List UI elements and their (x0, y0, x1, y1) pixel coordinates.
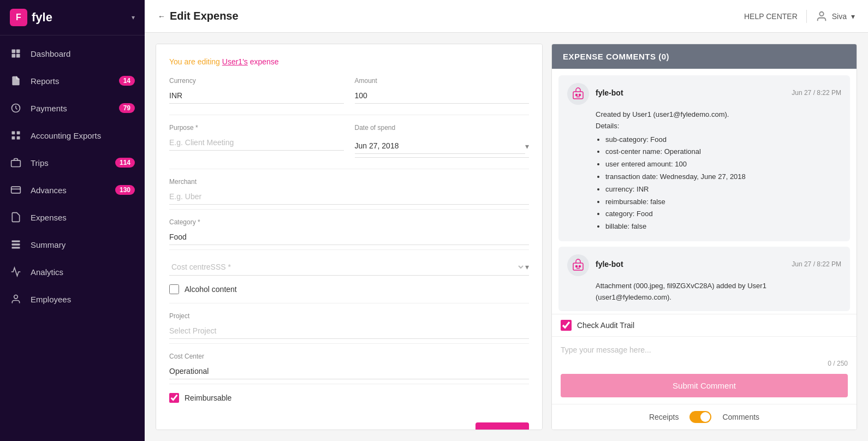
comment-meta-2: fyle-bot Jun 27 / 8:22 PM (596, 260, 841, 271)
comment-top-1: fyle-bot Jun 27 / 8:22 PM (567, 83, 841, 105)
sidebar-chevron-icon[interactable]: ▾ (132, 14, 135, 21)
divider-1 (169, 115, 529, 115)
list-item: user entered amount: 100 (605, 159, 841, 170)
svg-point-21 (576, 265, 578, 267)
topbar-right: HELP CENTER Siva ▾ (744, 10, 855, 23)
save-button[interactable]: Save (475, 422, 529, 430)
date-select-row[interactable]: ▾ (355, 135, 530, 158)
reimbursable-label[interactable]: Reimbursable (185, 394, 231, 402)
cost-centre-row[interactable]: Cost centreSSS * ▾ (169, 259, 529, 276)
help-center-link[interactable]: HELP CENTER (744, 12, 798, 21)
sidebar-item-label: Analytics (31, 267, 63, 277)
svg-point-22 (579, 265, 581, 267)
cost-centre-select[interactable]: Cost centreSSS * (169, 262, 525, 272)
divider-7 (169, 384, 529, 384)
alcohol-label[interactable]: Alcohol content (185, 285, 237, 294)
comment-intro-1: Created by User1 (user1@fyledemo.com). (596, 109, 841, 121)
audit-label[interactable]: Check Audit Trail (577, 321, 634, 330)
svg-rect-1 (16, 50, 20, 53)
svg-point-19 (579, 94, 581, 96)
save-btn-row: Save (169, 412, 529, 430)
fyle-logo-icon: F (10, 9, 27, 26)
svg-point-15 (14, 295, 18, 299)
cost-center-input[interactable] (169, 363, 529, 379)
sidebar-item-advances[interactable]: Advances 130 (0, 176, 145, 204)
comment-author-1: fyle-bot (596, 88, 623, 97)
sidebar-item-employees[interactable]: Employees (0, 285, 145, 313)
amount-input[interactable] (355, 88, 530, 104)
list-item: sub-category: Food (605, 134, 841, 146)
reimbursable-checkbox-row: Reimbursable (169, 393, 529, 403)
topbar-divider (806, 10, 807, 23)
sidebar-item-label: Summary (31, 240, 66, 249)
date-label: Date of spend (355, 124, 530, 132)
comment-body-1: Created by User1 (user1@fyledemo.com). D… (567, 109, 841, 233)
sidebar-item-trips[interactable]: Trips 114 (0, 149, 145, 176)
user-menu[interactable]: Siva ▾ (816, 10, 855, 22)
comment-top-2: fyle-bot Jun 27 / 8:22 PM (567, 254, 841, 276)
audit-checkbox[interactable] (561, 320, 572, 331)
submit-comment-button[interactable]: Submit Comment (561, 374, 848, 397)
editing-user-link[interactable]: User1's (222, 57, 248, 66)
purpose-date-row: Purpose * Date of spend ▾ (169, 124, 529, 158)
fyle-logo[interactable]: F fyle (10, 9, 52, 26)
analytics-icon (10, 266, 22, 278)
receipts-label: Receipts (649, 413, 679, 421)
cost-center-label: Cost Center (169, 353, 529, 360)
sidebar-nav: Dashboard Reports 14 Payments 79 Account… (0, 35, 145, 441)
comment-meta-1: fyle-bot Jun 27 / 8:22 PM (596, 88, 841, 99)
back-arrow-icon: ← (158, 12, 165, 21)
alcohol-checkbox[interactable] (169, 284, 179, 294)
project-input[interactable] (169, 323, 529, 339)
main-area: ← Edit Expense HELP CENTER Siva ▾ You ar… (145, 0, 868, 441)
sidebar-item-summary[interactable]: Summary (0, 231, 145, 258)
content-area: You are editing User1's expense Currency… (145, 33, 868, 441)
merchant-input[interactable] (169, 189, 529, 205)
comments-header: EXPENSE COMMENTS (0) (552, 44, 857, 69)
divider-4 (169, 249, 529, 250)
svg-rect-17 (573, 92, 583, 99)
comment-item-2: fyle-bot Jun 27 / 8:22 PM Attachment (00… (558, 247, 850, 311)
topbar: ← Edit Expense HELP CENTER Siva ▾ (145, 0, 868, 33)
svg-rect-14 (12, 247, 20, 248)
list-item: category: Food (605, 208, 841, 220)
comment-top-row-1: fyle-bot Jun 27 / 8:22 PM (596, 88, 841, 97)
alcohol-checkbox-row: Alcohol content (169, 284, 529, 294)
page-title: Edit Expense (170, 10, 239, 22)
trips-badge: 114 (115, 158, 135, 168)
category-group: Category * (169, 218, 529, 245)
merchant-label: Merchant (169, 178, 529, 186)
sidebar-item-label: Accounting Exports (31, 131, 101, 140)
sidebar-item-dashboard[interactable]: Dashboard (0, 40, 145, 67)
sidebar-item-payments[interactable]: Payments 79 (0, 94, 145, 122)
sidebar-item-label: Trips (31, 158, 49, 168)
bot-avatar-1 (567, 83, 589, 105)
svg-rect-7 (12, 136, 15, 140)
date-input[interactable] (355, 138, 526, 154)
currency-input[interactable] (169, 88, 344, 104)
sidebar-item-reports[interactable]: Reports 14 (0, 67, 145, 94)
accounting-icon (10, 129, 22, 141)
sidebar-item-label: Expenses (31, 213, 67, 222)
reimbursable-checkbox[interactable] (169, 393, 179, 403)
divider-6 (169, 343, 529, 344)
user-chevron-icon: ▾ (851, 12, 855, 21)
reports-icon (10, 75, 22, 87)
message-input[interactable] (561, 342, 848, 357)
list-item: reimbursable: false (605, 196, 841, 208)
purpose-input[interactable] (169, 135, 344, 151)
cost-center-group: Cost Center (169, 353, 529, 379)
receipts-comments-toggle[interactable] (689, 411, 711, 423)
divider-2 (169, 169, 529, 169)
sidebar-item-analytics[interactable]: Analytics (0, 258, 145, 285)
comment-author-2: fyle-bot (596, 260, 623, 269)
comments-panel: EXPENSE COMMENTS (0) (551, 44, 857, 430)
category-input[interactable] (169, 229, 529, 245)
back-button[interactable]: ← Edit Expense (158, 10, 239, 22)
comment-details-label-1: Details: (596, 121, 841, 132)
sidebar-item-accounting-exports[interactable]: Accounting Exports (0, 122, 145, 149)
bot-avatar-2 (567, 254, 589, 276)
svg-rect-10 (11, 187, 21, 193)
divider-5 (169, 303, 529, 303)
sidebar-item-expenses[interactable]: Expenses (0, 204, 145, 231)
